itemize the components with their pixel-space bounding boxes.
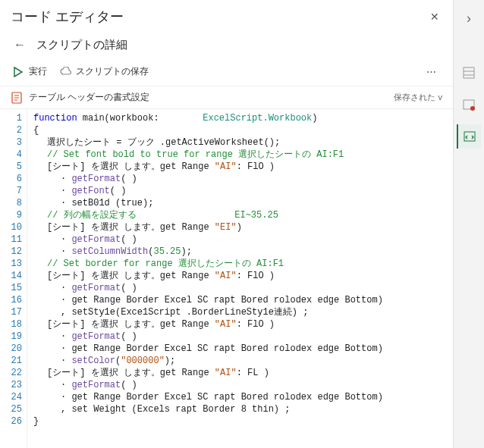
line-number: 12 bbox=[0, 246, 22, 258]
code-line[interactable]: · getFormat( ) bbox=[33, 282, 453, 294]
line-number: 23 bbox=[0, 379, 22, 391]
line-number: 18 bbox=[0, 318, 22, 331]
code-token: · bbox=[61, 356, 71, 366]
code-line[interactable]: function main(workbook: ExcelScript.Work… bbox=[33, 112, 453, 124]
save-label: スクリプトの保存 bbox=[76, 65, 149, 78]
code-token: // Set font bold to true for range bbox=[47, 149, 233, 160]
code-token: · bbox=[61, 234, 71, 245]
code-line[interactable]: · getFont( ) bbox=[33, 185, 453, 197]
line-number: 22 bbox=[0, 367, 22, 379]
code-token: 選択したシートの AI:F1 bbox=[233, 149, 344, 160]
more-button[interactable]: ⋯ bbox=[422, 63, 442, 80]
code-token: ( ) bbox=[121, 174, 137, 184]
code-token: { bbox=[33, 125, 39, 136]
code-line[interactable]: · getFormat( ) bbox=[33, 173, 453, 185]
code-token: ) bbox=[312, 113, 317, 124]
line-number: 19 bbox=[0, 331, 22, 343]
code-token: · get Range Border Excel SC rapt Bored r… bbox=[61, 343, 383, 354]
code-token: "AI" bbox=[215, 319, 237, 330]
code-token: : FlO ) bbox=[237, 271, 275, 281]
line-number: 11 bbox=[0, 233, 22, 246]
code-token: : FL ) bbox=[237, 368, 269, 378]
main-pane: コード エディター ✕ ← スクリプトの詳細 実行 スクリプトの保存 ⋯ テーブ… bbox=[0, 0, 454, 448]
rail-tab-2[interactable] bbox=[457, 92, 481, 117]
code-line[interactable]: · setB01d (true); bbox=[33, 197, 453, 209]
script-file-icon bbox=[11, 92, 23, 104]
save-script-button[interactable]: スクリプトの保存 bbox=[58, 62, 150, 81]
code-line[interactable]: [シート] を選択 します。get Range "AI": FlO ) bbox=[33, 161, 453, 173]
grid-icon bbox=[462, 66, 476, 80]
code-line[interactable]: · getFormat( ) bbox=[33, 379, 453, 391]
code-token: ( ) bbox=[110, 186, 127, 196]
code-token: getFormat bbox=[71, 380, 121, 390]
code-line[interactable]: } bbox=[33, 415, 453, 428]
code-line[interactable]: · getFormat( ) bbox=[33, 331, 453, 343]
line-number: 25 bbox=[0, 403, 22, 415]
code-line[interactable]: // Set font bold to true for range 選択したシ… bbox=[33, 149, 453, 161]
code-token: [シート] を選択 します。get Range bbox=[47, 271, 215, 281]
code-token: [シート] を選択 します。get Range bbox=[47, 319, 215, 330]
code-token: · bbox=[61, 246, 71, 257]
code-line[interactable]: [シート] を選択 します。get Range "AI": FlO ) bbox=[33, 318, 453, 331]
code-area[interactable]: function main(workbook: ExcelScript.Work… bbox=[27, 109, 453, 448]
code-line[interactable]: · get Range Border Excel SC rapt Bored r… bbox=[33, 294, 453, 306]
record-icon bbox=[462, 98, 476, 111]
code-token: · bbox=[61, 380, 71, 390]
code-line[interactable]: [シート] を選択 します。get Range "EI") bbox=[33, 221, 453, 233]
close-icon[interactable]: ✕ bbox=[427, 8, 442, 26]
code-line[interactable]: { bbox=[33, 124, 453, 136]
code-line[interactable]: · setColumnWidth(35.25); bbox=[33, 246, 453, 258]
code-line[interactable]: [シート] を選択 します。get Range "AI": FlO ) bbox=[33, 270, 453, 282]
code-line[interactable]: // Set border for range 選択したシートの AI:F1 bbox=[33, 258, 453, 270]
code-icon bbox=[463, 130, 476, 143]
saved-status: 保存された v bbox=[394, 92, 442, 103]
code-line[interactable]: · setColor("000000"); bbox=[33, 355, 453, 367]
run-button[interactable]: 実行 bbox=[11, 62, 49, 81]
code-token: "AI" bbox=[215, 271, 237, 281]
code-token: : FlO ) bbox=[237, 161, 275, 172]
expand-rail-button[interactable]: › bbox=[457, 6, 481, 30]
rail-tab-1[interactable] bbox=[457, 61, 481, 85]
code-token: ( ) bbox=[121, 331, 137, 342]
code-token: 選択したシートの AI:F1 bbox=[173, 258, 284, 269]
code-line[interactable]: , set Weight (Excels rapt Border 8 thin)… bbox=[33, 403, 453, 415]
code-token: , setSty1e(Exce1Script .BorderLineSty1e連… bbox=[61, 307, 308, 318]
code-line[interactable]: // 列の幅を設定する EI~35.25 bbox=[33, 209, 453, 221]
line-number: 4 bbox=[0, 149, 22, 161]
back-button[interactable]: ← bbox=[11, 36, 29, 53]
code-token: ( ) bbox=[121, 234, 137, 245]
code-token: } bbox=[33, 416, 39, 427]
toolbar: 実行 スクリプトの保存 ⋯ bbox=[0, 58, 453, 86]
code-token: ExcelScript.Workbook bbox=[203, 113, 312, 124]
line-number: 9 bbox=[0, 209, 22, 221]
code-line[interactable]: · getFormat( ) bbox=[33, 233, 453, 246]
code-line[interactable]: [シート] を選択 します。get Range "AI": FL ) bbox=[33, 367, 453, 379]
code-token: 35.25 bbox=[153, 246, 181, 257]
code-token: ); bbox=[181, 246, 191, 257]
code-token: function bbox=[33, 113, 77, 124]
code-line[interactable]: 選択したシート = ブック .getActiveWorksheet(); bbox=[33, 136, 453, 149]
code-token: 選択したシート = ブック bbox=[47, 137, 160, 148]
code-token: ( ) bbox=[121, 283, 137, 293]
code-token: · bbox=[61, 283, 71, 293]
rail-tab-code[interactable] bbox=[457, 124, 481, 149]
svg-point-9 bbox=[470, 106, 475, 111]
pane-title: コード エディター bbox=[11, 8, 124, 26]
code-line[interactable]: · get Range Border Excel SC rapt Bored r… bbox=[33, 391, 453, 403]
code-token: // Set border for range bbox=[47, 258, 173, 269]
code-token: setColumnWidth bbox=[71, 246, 148, 257]
code-token: getFont bbox=[71, 186, 109, 196]
code-token: getFormat bbox=[71, 234, 121, 245]
code-line[interactable]: · get Range Border Excel SC rapt Bored r… bbox=[33, 343, 453, 355]
code-token: [シート] を選択 します。get Range bbox=[47, 161, 215, 172]
line-number: 13 bbox=[0, 258, 22, 270]
script-name[interactable]: テーブル ヘッダーの書式設定 bbox=[29, 91, 149, 104]
code-token: getFormat bbox=[71, 174, 121, 184]
code-editor[interactable]: 1234567891011121314151617181920212223242… bbox=[0, 109, 453, 448]
code-token: getFormat bbox=[71, 283, 121, 293]
line-number: 1 bbox=[0, 112, 22, 124]
titlebar: コード エディター ✕ bbox=[0, 0, 453, 29]
svg-rect-5 bbox=[464, 67, 474, 78]
right-rail: › bbox=[454, 0, 484, 448]
code-line[interactable]: , setSty1e(Exce1Script .BorderLineSty1e連… bbox=[33, 306, 453, 318]
